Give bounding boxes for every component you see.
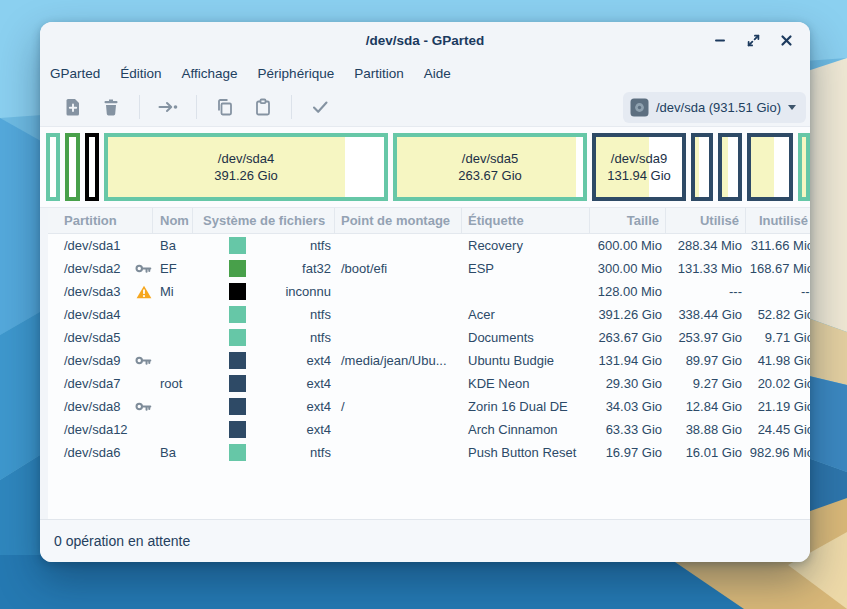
warning-icon bbox=[136, 285, 152, 299]
paste-partition-button[interactable] bbox=[248, 92, 278, 122]
menu-item-partition[interactable]: Partition bbox=[344, 62, 414, 85]
column-header: Point de montage bbox=[335, 208, 462, 233]
name-cell: Mi bbox=[153, 284, 193, 299]
disk-map-panel: /dev/sda4391.26 Gio/dev/sda5263.67 Gio/d… bbox=[40, 126, 810, 208]
filesystem-cell: ntfs bbox=[193, 329, 335, 346]
segment-label: /dev/sda5263.67 Gio bbox=[397, 137, 583, 197]
partition-name: /dev/sda12 bbox=[64, 422, 128, 437]
name-cell: root bbox=[153, 376, 193, 391]
filesystem-color-swatch bbox=[229, 283, 246, 300]
unused-cell: 52.82 Gio bbox=[746, 307, 810, 322]
filesystem-name: ext4 bbox=[306, 422, 335, 437]
disk-map-segment-sda2[interactable] bbox=[65, 133, 80, 201]
filesystem-name: ext4 bbox=[306, 399, 335, 414]
partition-cell: /dev/sda6 bbox=[48, 445, 153, 460]
disk-map-segment-sda8[interactable] bbox=[718, 133, 742, 201]
used-space-fill bbox=[751, 137, 774, 197]
menu-item-aide[interactable]: Aide bbox=[414, 62, 461, 85]
filesystem-color-swatch bbox=[229, 444, 246, 461]
unused-cell: 20.02 Gio bbox=[746, 376, 810, 391]
partition-name: /dev/sda4 bbox=[64, 307, 120, 322]
partition-row-sda5[interactable]: /dev/sda5ntfsDocuments263.67 Gio253.97 G… bbox=[48, 326, 810, 349]
disk-map-segment-sda9[interactable]: /dev/sda9131.94 Gio bbox=[592, 133, 686, 201]
partition-row-sda9[interactable]: /dev/sda9ext4/media/jean/Ubu...Ubuntu Bu… bbox=[48, 349, 810, 372]
window-controls bbox=[708, 28, 810, 52]
segment-label: /dev/sda9131.94 Gio bbox=[596, 137, 682, 197]
disk-map-segment-sda6[interactable] bbox=[798, 133, 810, 201]
used-cell: 9.27 Gio bbox=[666, 376, 746, 391]
column-header: Taille bbox=[590, 208, 666, 233]
resize-move-button[interactable] bbox=[153, 92, 183, 122]
column-header: Étiquette bbox=[462, 208, 590, 233]
titlebar[interactable]: /dev/sda - GParted bbox=[40, 22, 810, 58]
device-selector[interactable]: /dev/sda (931.51 Gio) bbox=[623, 92, 806, 123]
partition-row-sda4[interactable]: /dev/sda4ntfsAcer391.26 Gio338.44 Gio52.… bbox=[48, 303, 810, 326]
mount-point-cell: / bbox=[335, 399, 462, 414]
minimize-button[interactable] bbox=[708, 28, 732, 52]
new-partition-button[interactable] bbox=[58, 92, 88, 122]
trash-icon bbox=[101, 97, 121, 117]
partition-row-sda2[interactable]: /dev/sda2EFfat32/boot/efiESP300.00 Mio13… bbox=[48, 257, 810, 280]
partition-row-sda8[interactable]: /dev/sda8ext4/Zorin 16 Dual DE34.03 Gio1… bbox=[48, 395, 810, 418]
partition-row-sda12[interactable]: /dev/sda12ext4Arch Cinnamon63.33 Gio38.8… bbox=[48, 418, 810, 441]
used-space-fill bbox=[722, 137, 728, 197]
disk-map-segment-sda7[interactable] bbox=[691, 133, 713, 201]
partition-name: /dev/sda1 bbox=[64, 238, 120, 253]
delete-partition-button[interactable] bbox=[96, 92, 126, 122]
restore-icon bbox=[746, 33, 761, 48]
menu-item-edition[interactable]: Édition bbox=[110, 62, 171, 85]
partition-row-sda3[interactable]: /dev/sda3Miinconnu128.00 Mio------ bbox=[48, 280, 810, 303]
label-cell: Arch Cinnamon bbox=[462, 422, 590, 437]
partition-row-sda6[interactable]: /dev/sda6BantfsPush Button Reset16.97 Gi… bbox=[48, 441, 810, 464]
unused-cell: 982.96 Mio bbox=[746, 445, 810, 460]
key-icon bbox=[135, 401, 152, 412]
apply-operations-button[interactable] bbox=[305, 92, 335, 122]
partition-cell: /dev/sda5 bbox=[48, 330, 153, 345]
partition-row-sda1[interactable]: /dev/sda1BantfsRecovery600.00 Mio288.34 … bbox=[48, 234, 810, 257]
used-cell: 89.97 Gio bbox=[666, 353, 746, 368]
close-button[interactable] bbox=[774, 28, 798, 52]
menu-item-affichage[interactable]: Affichage bbox=[172, 62, 248, 85]
size-cell: 16.97 Gio bbox=[590, 445, 666, 460]
disk-map-segment-sda3[interactable] bbox=[85, 133, 99, 201]
label-cell: Acer bbox=[462, 307, 590, 322]
disk-map-segment-sda1[interactable] bbox=[46, 133, 60, 201]
menubar: GPartedÉditionAffichagePériphériqueParti… bbox=[40, 58, 810, 88]
size-cell: 128.00 Mio bbox=[590, 284, 666, 299]
disk-map-segment-sda4[interactable]: /dev/sda4391.26 Gio bbox=[104, 133, 388, 201]
partition-cell: /dev/sda12 bbox=[48, 422, 153, 437]
disk-map-segment-sda12[interactable] bbox=[747, 133, 793, 201]
size-cell: 263.67 Gio bbox=[590, 330, 666, 345]
used-space-fill bbox=[695, 137, 699, 197]
disk-map-segment-sda5[interactable]: /dev/sda5263.67 Gio bbox=[393, 133, 587, 201]
label-cell: KDE Neon bbox=[462, 376, 590, 391]
name-cell: Ba bbox=[153, 238, 193, 253]
copy-icon bbox=[215, 97, 235, 117]
chevron-down-icon bbox=[788, 105, 796, 110]
unused-cell: 21.19 Gio bbox=[746, 399, 810, 414]
close-icon bbox=[780, 34, 793, 47]
filesystem-name: ntfs bbox=[310, 238, 335, 253]
partition-row-sda7[interactable]: /dev/sda7rootext4KDE Neon29.30 Gio9.27 G… bbox=[48, 372, 810, 395]
new-partition-icon bbox=[63, 97, 83, 117]
label-cell: Push Button Reset bbox=[462, 445, 590, 460]
label-cell: ESP bbox=[462, 261, 590, 276]
column-header: Système de fichiers bbox=[193, 208, 335, 233]
name-cell: EF bbox=[153, 261, 193, 276]
menu-item-peripherique[interactable]: Périphérique bbox=[248, 62, 345, 85]
column-header: Nom bbox=[153, 208, 193, 233]
menu-item-gparted[interactable]: GParted bbox=[40, 62, 110, 85]
filesystem-color-swatch bbox=[229, 375, 246, 392]
mount-point-cell: /boot/efi bbox=[335, 261, 462, 276]
filesystem-cell: ext4 bbox=[193, 375, 335, 392]
restore-button[interactable] bbox=[741, 28, 765, 52]
used-cell: 131.33 Mio bbox=[666, 261, 746, 276]
partition-name: /dev/sda5 bbox=[64, 330, 120, 345]
label-cell: Zorin 16 Dual DE bbox=[462, 399, 590, 414]
filesystem-name: ntfs bbox=[310, 445, 335, 460]
partition-name: /dev/sda3 bbox=[64, 284, 120, 299]
partition-cell: /dev/sda4 bbox=[48, 307, 153, 322]
copy-partition-button[interactable] bbox=[210, 92, 240, 122]
unused-cell: 9.71 Gio bbox=[746, 330, 810, 345]
filesystem-cell: ext4 bbox=[193, 398, 335, 415]
